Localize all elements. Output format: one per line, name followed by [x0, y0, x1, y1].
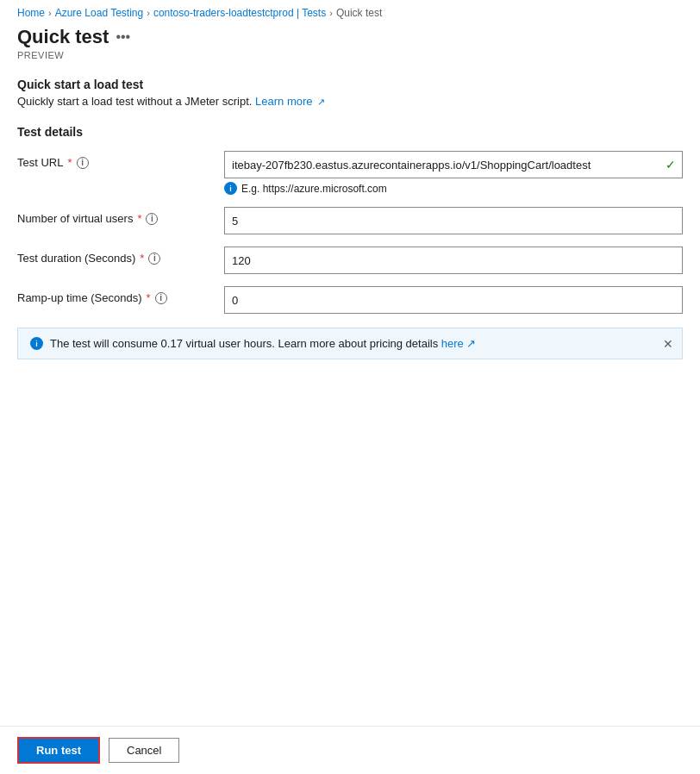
rampup-form-row: Ramp-up time (Seconds) * i [17, 286, 683, 314]
duration-form-row: Test duration (Seconds) * i [17, 247, 683, 274]
rampup-control-wrap [224, 286, 683, 314]
preview-label: PREVIEW [17, 50, 683, 60]
rampup-input[interactable] [224, 286, 683, 314]
breadcrumb-load-testing[interactable]: Azure Load Testing [55, 7, 144, 19]
quick-start-title: Quick start a load test [17, 78, 683, 91]
page-header: Quick test ••• [17, 26, 683, 48]
url-form-row: Test URL * i ✓ i E.g. https://azure.micr… [17, 151, 683, 195]
duration-input[interactable] [224, 247, 683, 274]
banner-text: The test will consume 0.17 virtual user … [50, 337, 476, 350]
users-control-wrap [224, 207, 683, 234]
users-form-row: Number of virtual users * i [17, 207, 683, 234]
duration-control-wrap [224, 247, 683, 274]
breadcrumb-sep-3: › [329, 8, 333, 18]
url-valid-icon: ✓ [666, 158, 676, 172]
run-test-button[interactable]: Run test [17, 737, 100, 764]
quick-start-desc: Quickly start a load test without a JMet… [17, 95, 683, 108]
banner-info-icon: i [30, 337, 43, 350]
main-content: Quick test ••• PREVIEW Quick start a loa… [0, 26, 700, 726]
rampup-required-star: * [147, 291, 151, 304]
info-banner: i The test will consume 0.17 virtual use… [17, 328, 683, 359]
users-label: Number of virtual users * i [17, 207, 224, 225]
users-required-star: * [137, 212, 141, 225]
url-hint-row: i E.g. https://azure.microsoft.com [224, 182, 683, 195]
cancel-button[interactable]: Cancel [109, 738, 179, 763]
url-info-icon[interactable]: i [77, 157, 89, 169]
users-input[interactable] [224, 207, 683, 234]
test-details-title: Test details [17, 125, 683, 139]
users-info-icon[interactable]: i [146, 213, 158, 225]
breadcrumb-current: Quick test [336, 7, 382, 19]
more-options-icon[interactable]: ••• [116, 29, 130, 45]
rampup-info-icon[interactable]: i [155, 292, 167, 304]
rampup-label: Ramp-up time (Seconds) * i [17, 286, 224, 304]
learn-more-link[interactable]: Learn more ↗ [255, 95, 325, 108]
banner-link[interactable]: here ↗ [441, 337, 477, 350]
banner-external-icon: ↗ [466, 337, 476, 350]
breadcrumb-resource[interactable]: contoso-traders-loadtestctprod | Tests [153, 7, 326, 19]
duration-required-star: * [140, 252, 144, 265]
page-title: Quick test [17, 26, 109, 48]
breadcrumb-home[interactable]: Home [17, 7, 45, 19]
breadcrumb-sep-1: › [48, 8, 52, 18]
duration-label: Test duration (Seconds) * i [17, 247, 224, 265]
duration-info-icon[interactable]: i [148, 253, 160, 265]
url-hint-info-icon: i [224, 182, 237, 195]
breadcrumb: Home › Azure Load Testing › contoso-trad… [0, 0, 700, 26]
url-required-star: * [67, 156, 72, 169]
footer: Run test Cancel [0, 726, 700, 774]
url-control-wrap: ✓ i E.g. https://azure.microsoft.com [224, 151, 683, 195]
url-input[interactable] [224, 151, 683, 178]
learn-more-external-icon: ↗ [317, 97, 325, 107]
url-input-wrap: ✓ [224, 151, 683, 178]
breadcrumb-sep-2: › [147, 8, 150, 18]
url-label: Test URL * i [17, 151, 224, 169]
banner-close-icon[interactable]: ✕ [663, 337, 673, 351]
